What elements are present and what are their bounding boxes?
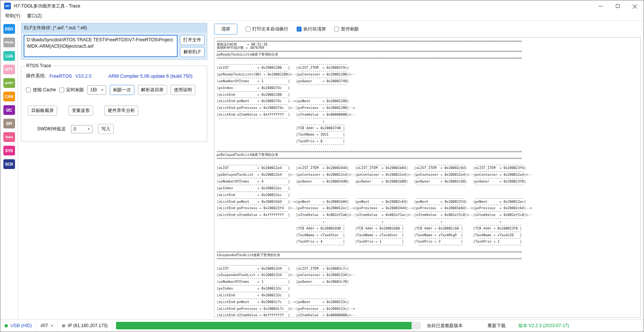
sidebar-item-lua[interactable]: LUA (3, 51, 15, 61)
maximize-icon (616, 4, 620, 8)
statusbar: USB (HID) #07 ▼ IP (61.160.207.173) 当前已是… (0, 319, 644, 332)
app-icon: H7 (4, 3, 11, 9)
rtos-trace-group: RTOS Trace 操作系统: FreeRTOS V10.2.0 ARM Co… (21, 66, 207, 142)
sidebar-item-spi[interactable]: SPI (3, 119, 15, 128)
refresh-interval-value: 1秒 (90, 87, 97, 93)
main-area: DSO PROG LUA RTT UART CAN I2C SPI Trace … (0, 21, 644, 319)
sidebar-item-uart[interactable]: UART (3, 78, 15, 88)
elf-path-section: ELF文件路径: (*.axf; *.out; *.elf) D:\BaiduS… (21, 23, 207, 60)
window-title: H7-TOOL多功能开发工具 - Trace (14, 3, 80, 9)
timed-refresh-label: 定时刷新 (66, 87, 84, 93)
os-version: V10.2.0 (75, 74, 91, 79)
parser-directory-button[interactable]: 解析器目录 (138, 85, 167, 95)
sidebar-rail: DSO PROG LUA RTT UART CAN I2C SPI Trace … (0, 21, 18, 319)
window-controls (592, 0, 644, 12)
checkbox-box-icon: ✓ (26, 88, 31, 92)
sidebar-item-rtt[interactable]: RTT (3, 65, 15, 74)
refresh-interval-select[interactable]: 1秒 ▼ (87, 85, 106, 95)
os-name: FreeRTOS (49, 74, 72, 79)
clear-before-run-label: 执行前清屏 (303, 26, 326, 32)
enable-cache-label: 使能 Cache (33, 87, 56, 93)
close-icon (633, 4, 637, 8)
swd-delay-value: 0 (74, 127, 76, 132)
sidebar-item-sys[interactable]: SYS (3, 146, 15, 155)
autowrap-checkbox[interactable]: ✓ 打印文本自动换行 (246, 26, 288, 32)
usb-status-label: USB (HID) (11, 323, 32, 328)
hardfault-analysis-button[interactable]: 硬件异常分析 (104, 106, 138, 116)
sidebar-item-scr[interactable]: SCR (3, 159, 15, 169)
trace-toolbar: 清屏 ✓ 打印文本自动换行 ✓ 执行前清屏 ✓ 暂停刷新 (214, 23, 641, 37)
titlebar: H7 H7-TOOL多功能开发工具 - Trace (0, 0, 644, 12)
pause-refresh-label: 暂停刷新 (341, 26, 359, 32)
menu-window[interactable]: 窗口(Z) (24, 12, 45, 20)
autowrap-label: 打印文本自动换行 (252, 26, 288, 32)
close-button[interactable] (626, 0, 644, 12)
write-button[interactable]: 写入 (98, 124, 114, 134)
ip-status-label: IP (61.160.207.173) (68, 323, 108, 328)
swd-delay-select[interactable]: 0 ▼ (71, 125, 93, 133)
progress-bar (116, 322, 421, 329)
checkbox-box-icon: ✓ (297, 27, 302, 32)
open-file-button[interactable]: 打开文件 (180, 35, 205, 45)
timed-refresh-checkbox[interactable]: ✓ 定时刷新 (59, 87, 84, 93)
redownload-button[interactable]: 重新下载 (488, 323, 506, 329)
parse-elf-button[interactable]: 解析ELF (180, 47, 205, 57)
minimize-button[interactable] (592, 0, 609, 12)
maximize-button[interactable] (609, 0, 626, 12)
ip-status-segment: IP (61.160.207.173) (58, 320, 112, 332)
swd-delay-label: SWD时钟延迟 (37, 126, 66, 132)
sidebar-item-i2c[interactable]: I2C (3, 105, 15, 115)
variable-waveform-button[interactable]: 变量波形 (68, 106, 93, 116)
chevron-down-icon: ▼ (51, 324, 53, 327)
clear-screen-button[interactable]: 清屏 (214, 24, 237, 35)
checkbox-box-icon: ✓ (59, 88, 64, 92)
usb-status-segment: USB (HID) (0, 320, 36, 332)
elf-path-input[interactable]: D:\BaiduSyncdisk\RTOS TRACE TEST\FreeRTO… (24, 35, 178, 57)
update-status-text: 当前已是最新版本 (427, 323, 463, 329)
sidebar-item-can[interactable]: CAN (3, 92, 15, 101)
check-icon: ✓ (297, 27, 300, 31)
left-panel: ELF文件路径: (*.axf; *.out; *.elf) D:\BaiduS… (18, 21, 210, 319)
trace-output[interactable]: ========================================… (214, 37, 641, 318)
user-manual-button[interactable]: 使用说明 (170, 85, 195, 95)
elf-path-body: D:\BaiduSyncdisk\RTOS TRACE TEST\FreeRTO… (21, 33, 207, 59)
port-value: #07 (41, 323, 48, 328)
rtos-trace-group-title: RTOS Trace (25, 63, 53, 68)
pause-refresh-checkbox[interactable]: ✓ 暂停刷新 (334, 26, 359, 32)
progress-bar-fill (116, 322, 412, 329)
menu-help[interactable]: 帮助(Y) (2, 12, 24, 20)
refresh-once-button[interactable]: 刷新一次 (110, 85, 134, 95)
menubar: 帮助(Y) 窗口(Z) (0, 12, 644, 21)
chevron-down-icon: ▼ (87, 128, 90, 130)
clear-before-run-checkbox[interactable]: ✓ 执行前清屏 (297, 26, 326, 32)
app-window: H7 H7-TOOL多功能开发工具 - Trace 帮助(Y) 窗口(Z) DS… (0, 0, 644, 332)
compiler-info: ARM Compiler 5.06 update 6 (build 750) (109, 74, 193, 79)
chevron-down-icon: ▼ (101, 89, 104, 91)
minimize-icon (599, 6, 603, 6)
sidebar-item-dso[interactable]: DSO (3, 24, 15, 34)
ip-status-icon (62, 324, 65, 327)
port-select[interactable]: #07 ▼ (36, 320, 58, 332)
os-label: 操作系统: (26, 73, 46, 79)
tool-buttons-row: 目标板截屏 变量波形 硬件异常分析 (26, 106, 203, 116)
refresh-controls-row: ✓ 使能 Cache ✓ 定时刷新 1秒 ▼ 刷新一次 解析器目录 使用说明 (26, 85, 203, 95)
checkbox-box-icon: ✓ (246, 27, 250, 32)
swd-delay-row: SWD时钟延迟 0 ▼ 写入 (26, 124, 203, 134)
checkbox-box-icon: ✓ (334, 27, 339, 32)
usb-status-icon (5, 324, 8, 327)
elf-path-header: ELF文件路径: (*.axf; *.out; *.elf) (21, 23, 207, 33)
sidebar-item-trace[interactable]: Trace (3, 132, 15, 142)
version-text: 版本:V2.2.3 (2023-07-17) (519, 323, 569, 329)
elf-buttons: 打开文件 解析ELF (180, 35, 205, 57)
target-screenshot-button[interactable]: 目标板截屏 (28, 106, 57, 116)
enable-cache-checkbox[interactable]: ✓ 使能 Cache (26, 87, 56, 93)
trace-panel: 清屏 ✓ 打印文本自动换行 ✓ 执行前清屏 ✓ 暂停刷新 ===========… (210, 21, 644, 319)
sidebar-item-prog[interactable]: PROG (3, 38, 15, 47)
os-info-row: 操作系统: FreeRTOS V10.2.0 ARM Compiler 5.06… (26, 73, 203, 79)
